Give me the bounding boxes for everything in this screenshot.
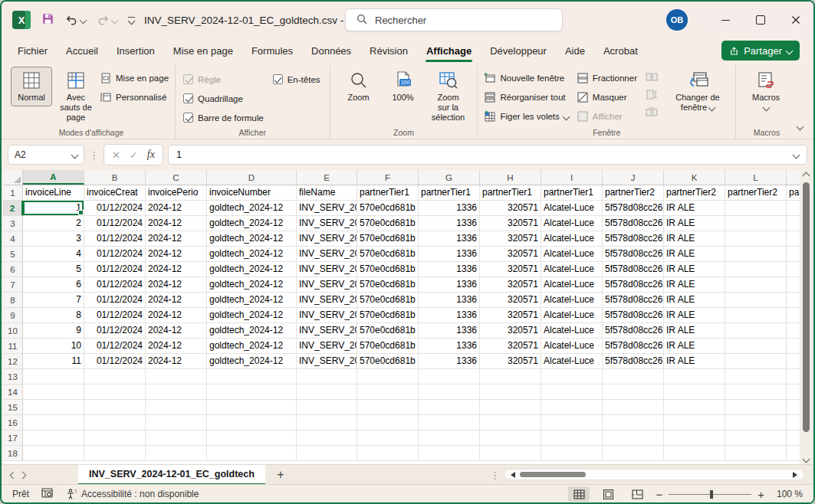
cell-E15[interactable] <box>297 400 357 415</box>
page-layout-statusbar-button[interactable] <box>597 486 619 502</box>
zoom-slider[interactable]: − + <box>656 489 764 500</box>
checkbox-barre-de-formule[interactable]: Barre de formule <box>183 108 264 127</box>
sheet-bar-dots-icon[interactable]: ⋮ <box>490 470 500 481</box>
cell-G13[interactable] <box>419 369 480 385</box>
cell-L7[interactable] <box>725 277 787 293</box>
cell-C14[interactable] <box>146 385 207 400</box>
cell-L4[interactable] <box>725 231 787 247</box>
cell-J6[interactable]: 5f578d08cc26 <box>603 262 664 277</box>
cell-H15[interactable] <box>480 400 541 415</box>
cell-H10[interactable]: 320571 <box>480 323 541 339</box>
column-header-I[interactable]: I <box>541 170 603 185</box>
cell-J10[interactable]: 5f578d08cc26 <box>603 323 664 339</box>
cell-E14[interactable] <box>297 385 357 400</box>
cell-L14[interactable] <box>725 385 787 400</box>
row-header-5[interactable]: 5 <box>3 247 23 262</box>
cell-G12[interactable]: 1336 <box>419 354 480 369</box>
add-sheet-button[interactable]: + <box>265 468 296 482</box>
cell-G9[interactable]: 1336 <box>419 308 480 323</box>
cell-B14[interactable] <box>84 385 146 400</box>
tab-formules[interactable]: Formules <box>243 41 301 61</box>
cell-H13[interactable] <box>480 369 541 385</box>
cell-F12[interactable]: 570e0cd681b <box>357 354 419 369</box>
cell-I17[interactable] <box>541 430 603 446</box>
cell-K8[interactable]: IR ALE <box>664 293 725 308</box>
cell-J1[interactable]: partnerTier2 <box>603 185 664 201</box>
row-header-4[interactable]: 4 <box>3 231 23 247</box>
cell-K5[interactable]: IR ALE <box>664 247 725 262</box>
cell-A8[interactable]: 7 <box>23 293 84 308</box>
cell-D14[interactable] <box>207 385 297 400</box>
cell-B7[interactable]: 01/12/2024 <box>84 277 146 293</box>
cell-J7[interactable]: 5f578d08cc26 <box>603 277 664 293</box>
cell-A11[interactable]: 10 <box>23 339 84 354</box>
cell-C10[interactable]: 2024-12 <box>146 323 207 339</box>
cell-F5[interactable]: 570e0cd681b <box>357 247 419 262</box>
cell-G2[interactable]: 1336 <box>419 201 480 216</box>
cell-I8[interactable]: Alcatel-Luce <box>541 293 603 308</box>
cell-A2[interactable]: 1 <box>23 201 84 216</box>
cell-H1[interactable]: partnerTier1 <box>480 185 541 201</box>
cell-K15[interactable] <box>664 400 725 415</box>
cell-F9[interactable]: 570e0cd681b <box>357 308 419 323</box>
cell-G18[interactable] <box>419 446 480 461</box>
cell-G17[interactable] <box>419 430 480 446</box>
cell-K13[interactable] <box>664 369 725 385</box>
column-header-J[interactable]: J <box>603 170 664 185</box>
row-header-6[interactable]: 6 <box>3 262 23 277</box>
cell-A15[interactable] <box>23 400 84 415</box>
cell-G16[interactable] <box>419 415 480 430</box>
checkbox-icon[interactable] <box>183 113 193 123</box>
insert-function-icon[interactable]: fx <box>147 149 155 161</box>
cell-J2[interactable]: 5f578d08cc26 <box>603 201 664 216</box>
cell-D9[interactable]: goldtech_2024-12 <box>207 308 297 323</box>
cell-C17[interactable] <box>146 430 207 446</box>
cell-I5[interactable]: Alcatel-Luce <box>541 247 603 262</box>
tab-données[interactable]: Données <box>303 41 360 61</box>
cell-A6[interactable]: 5 <box>23 262 84 277</box>
row-header-9[interactable]: 9 <box>3 308 23 323</box>
row-header-14[interactable]: 14 <box>3 385 23 400</box>
zoom-out-icon[interactable]: − <box>656 489 662 500</box>
row-header-15[interactable]: 15 <box>3 400 23 415</box>
accessibility-status[interactable]: ? Accessibilité : non disponible <box>66 489 199 499</box>
checkbox-en-têtes[interactable]: En-têtes <box>273 70 320 89</box>
normal-view-statusbar-button[interactable] <box>568 486 590 502</box>
cell-L3[interactable] <box>725 216 787 231</box>
tab-mise-en-page[interactable]: Mise en page <box>165 41 242 61</box>
row-header-2[interactable]: 2 <box>3 201 23 216</box>
cell-F1[interactable]: partnerTier1 <box>357 185 419 201</box>
formula-bar-handle[interactable]: ⋮ <box>89 149 99 161</box>
cell-C16[interactable] <box>146 415 207 430</box>
cell-A9[interactable]: 8 <box>23 308 84 323</box>
formula-bar-expand-icon[interactable] <box>793 151 800 159</box>
cell-C6[interactable]: 2024-12 <box>146 262 207 277</box>
cell-G4[interactable]: 1336 <box>419 231 480 247</box>
cell-C11[interactable]: 2024-12 <box>146 339 207 354</box>
vertical-scroll-thumb[interactable] <box>803 182 810 432</box>
cell-J8[interactable]: 5f578d08cc26 <box>603 293 664 308</box>
cell-D17[interactable] <box>207 430 297 446</box>
row-header-7[interactable]: 7 <box>3 277 23 293</box>
page-break-preview-button[interactable]: Avec sauts de page <box>55 67 97 126</box>
cell-L11[interactable] <box>725 339 787 354</box>
cell-K16[interactable] <box>664 415 725 430</box>
cell-A14[interactable] <box>23 385 84 400</box>
cell-A3[interactable]: 2 <box>23 216 84 231</box>
cell-L9[interactable] <box>725 308 787 323</box>
cell-D4[interactable]: goldtech_2024-12 <box>207 231 297 247</box>
cell-G5[interactable]: 1336 <box>419 247 480 262</box>
cancel-entry-icon[interactable]: ✕ <box>112 149 120 161</box>
select-all-corner[interactable] <box>3 170 23 185</box>
cell-B13[interactable] <box>84 369 146 385</box>
cell-H2[interactable]: 320571 <box>480 201 541 216</box>
vertical-scrollbar[interactable] <box>800 170 812 464</box>
column-header-G[interactable]: G <box>419 170 480 185</box>
cell-I13[interactable] <box>541 369 603 385</box>
cell-D16[interactable] <box>207 415 297 430</box>
customize-qat-icon[interactable] <box>128 17 135 24</box>
cell-J3[interactable]: 5f578d08cc26 <box>603 216 664 231</box>
cell-J4[interactable]: 5f578d08cc26 <box>603 231 664 247</box>
cell-L12[interactable] <box>725 354 787 369</box>
cell-E5[interactable]: INV_SERV_20 <box>297 247 357 262</box>
